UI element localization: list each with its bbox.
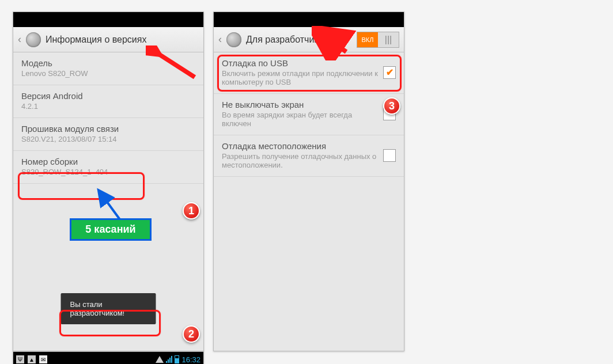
desc-mock-loc: Разрешить получение отладочных данных о … xyxy=(222,152,379,169)
label-mock-loc: Отладка местоположения xyxy=(222,141,379,151)
value-model: Lenovo S820_ROW xyxy=(21,69,195,78)
arrow-blue-icon xyxy=(97,186,143,226)
battery-icon xyxy=(175,355,179,363)
header-title: Информация о версиях xyxy=(46,35,199,45)
mail-icon: ✉ xyxy=(39,355,47,363)
label-model: Модель xyxy=(21,58,195,68)
value-android: 4.2.1 xyxy=(21,102,195,111)
usb-icon: Ψ xyxy=(16,355,24,363)
status-bar xyxy=(214,12,404,27)
value-baseband: S820.V21, 2013/08/07 15:14 xyxy=(21,135,195,143)
status-bar xyxy=(13,12,203,27)
image-icon: ▲ xyxy=(28,355,36,363)
toggle-on-label: ВКЛ xyxy=(357,32,378,47)
label-build: Номер сборки xyxy=(21,157,195,166)
header-version: ‹ Информация о версиях xyxy=(13,27,203,52)
info-row-baseband: Прошивка модуля связи S820.V21, 2013/08/… xyxy=(13,118,203,151)
settings-icon xyxy=(226,32,241,47)
row-stay-awake[interactable]: Не выключать экран Во время зарядки экра… xyxy=(214,94,404,135)
screenshot-developer-options: ‹ Для разработчик… ВКЛ ||| Отладка по US… xyxy=(213,12,404,351)
info-row-android: Версия Android 4.2.1 xyxy=(13,85,203,118)
row-usb-debug[interactable]: Отладка по USB Включить режим отладки пр… xyxy=(214,52,404,94)
header-title: Для разработчик… xyxy=(246,35,352,45)
annotation-hint-taps: 5 касаний xyxy=(70,218,152,241)
info-row-build[interactable]: Номер сборки S820_ROW_S124_1··404 xyxy=(13,151,203,184)
svg-line-0 xyxy=(100,192,120,219)
back-icon[interactable]: ‹ xyxy=(18,33,21,46)
clock: 16:32 xyxy=(181,355,200,364)
label-stay-awake: Не выключать экран xyxy=(222,100,379,109)
dev-toggle[interactable]: ВКЛ ||| xyxy=(357,32,399,48)
desc-stay-awake: Во время зарядки экран будет всегда вклю… xyxy=(222,111,379,128)
signal-icon xyxy=(166,356,172,363)
wifi-icon xyxy=(156,356,164,363)
row-mock-loc[interactable]: Отладка местоположения Разрешить получен… xyxy=(214,135,404,177)
back-icon[interactable]: ‹ xyxy=(218,33,222,46)
settings-icon xyxy=(26,32,41,47)
checkbox-stay-awake[interactable] xyxy=(383,108,396,120)
screenshot-version-info: ‹ Информация о версиях Модель Lenovo S82… xyxy=(13,12,204,351)
desc-usb-debug: Включить режим отладки при подключении к… xyxy=(222,69,379,86)
toast-developer: Вы стали разработчиком! xyxy=(61,293,156,324)
label-baseband: Прошивка модуля связи xyxy=(21,124,195,134)
toggle-off: ||| xyxy=(378,32,399,47)
annotation-badge-1: 1 xyxy=(183,202,200,219)
annotation-badge-2: 2 xyxy=(183,325,200,343)
info-row-model: Модель Lenovo S820_ROW xyxy=(13,52,203,85)
label-android: Версия Android xyxy=(21,91,195,101)
header-dev: ‹ Для разработчик… ВКЛ ||| xyxy=(214,27,404,52)
value-build: S820_ROW_S124_1··404 xyxy=(21,168,195,176)
checkbox-mock-loc[interactable] xyxy=(383,149,396,162)
checkbox-usb-debug[interactable] xyxy=(383,66,396,79)
label-usb-debug: Отладка по USB xyxy=(222,58,379,68)
screenshot-usb-params: Ψ ▲ ✉ 16:32 ‹ Параметры USB-подключения … xyxy=(13,351,204,364)
status-bar: Ψ ▲ ✉ 16:32 xyxy=(13,352,203,364)
